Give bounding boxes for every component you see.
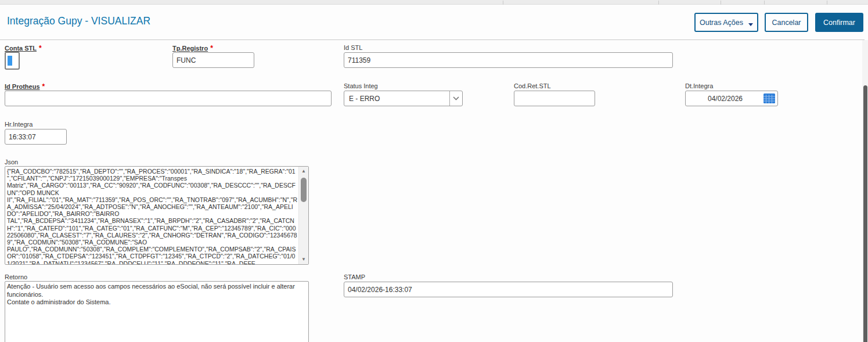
confirm-button[interactable]: Confirmar xyxy=(815,13,863,32)
page-scrollbar[interactable] xyxy=(862,40,868,342)
page-scrollbar-thumb[interactable] xyxy=(863,85,867,342)
tp-registro-label: Tp.Registro* xyxy=(172,44,213,52)
json-textarea[interactable]: {"RA_CODCBO":"782515","RA_DEPTO":"","RA_… xyxy=(5,167,299,264)
tab-separator xyxy=(658,1,659,5)
retorno-textarea[interactable]: Atenção - Usuário sem acesso aos campos … xyxy=(5,282,308,342)
scroll-down-icon[interactable]: ▼ xyxy=(299,255,308,264)
tab-separator xyxy=(764,1,765,5)
cod-ret-stl-input[interactable] xyxy=(514,91,595,106)
other-actions-label: Outras Ações xyxy=(700,19,743,27)
tp-registro-input[interactable] xyxy=(172,52,254,68)
scrollbar-thumb[interactable] xyxy=(301,178,307,202)
other-actions-button[interactable]: Outras Ações xyxy=(694,13,758,32)
chevron-down-icon xyxy=(748,23,753,26)
id-protheus-input[interactable] xyxy=(5,91,332,106)
hr-integra-label: Hr.Integra xyxy=(5,121,33,128)
status-integ-value: E - ERRO xyxy=(349,95,380,103)
json-scrollbar[interactable]: ▲ ▼ xyxy=(298,167,308,264)
status-integ-select[interactable]: E - ERRO xyxy=(344,91,463,106)
stamp-input[interactable] xyxy=(344,282,673,297)
required-marker: * xyxy=(42,82,45,91)
cancel-button[interactable]: Cancelar xyxy=(765,13,808,32)
chevron-down-icon xyxy=(453,96,459,100)
id-stl-input[interactable] xyxy=(344,52,673,68)
cod-ret-stl-label: Cod.Ret.STL xyxy=(514,82,551,89)
status-integ-label: Status Integ xyxy=(344,82,378,89)
browser-tabstrip xyxy=(0,0,868,5)
scroll-up-icon[interactable]: ▲ xyxy=(299,167,308,175)
header-divider xyxy=(0,39,865,40)
tab-separator xyxy=(721,1,721,5)
integracao-gupy-screen: Integração Gupy - VISUALIZAR Outras Açõe… xyxy=(0,0,868,342)
json-label: Json xyxy=(5,159,18,165)
dt-integra-field xyxy=(685,91,778,106)
page-title: Integração Gupy - VISUALIZAR xyxy=(7,15,150,27)
retorno-label: Retorno xyxy=(5,273,27,280)
confirm-label: Confirmar xyxy=(823,19,855,27)
id-protheus-label: Id Protheus* xyxy=(5,82,45,91)
tab-separator xyxy=(827,1,827,5)
required-marker: * xyxy=(39,44,42,52)
id-stl-label: Id STL xyxy=(344,44,362,51)
conta-stl-label: Conta STL* xyxy=(5,44,42,52)
calendar-icon[interactable] xyxy=(763,93,775,103)
stamp-label: STAMP xyxy=(344,273,365,280)
retorno-textarea-frame: Atenção - Usuário sem acesso aos campos … xyxy=(5,281,309,342)
json-textarea-frame: {"RA_CODCBO":"782515","RA_DEPTO":"","RA_… xyxy=(5,166,309,265)
conta-stl-input[interactable] xyxy=(5,52,20,70)
required-marker: * xyxy=(210,44,213,52)
dt-integra-label: Dt.Integra xyxy=(685,82,713,89)
combo-dropdown-button[interactable] xyxy=(449,91,462,106)
text-cursor xyxy=(8,56,12,66)
hr-integra-input[interactable] xyxy=(5,129,67,145)
tab-separator xyxy=(503,1,503,5)
cancel-label: Cancelar xyxy=(772,19,801,27)
